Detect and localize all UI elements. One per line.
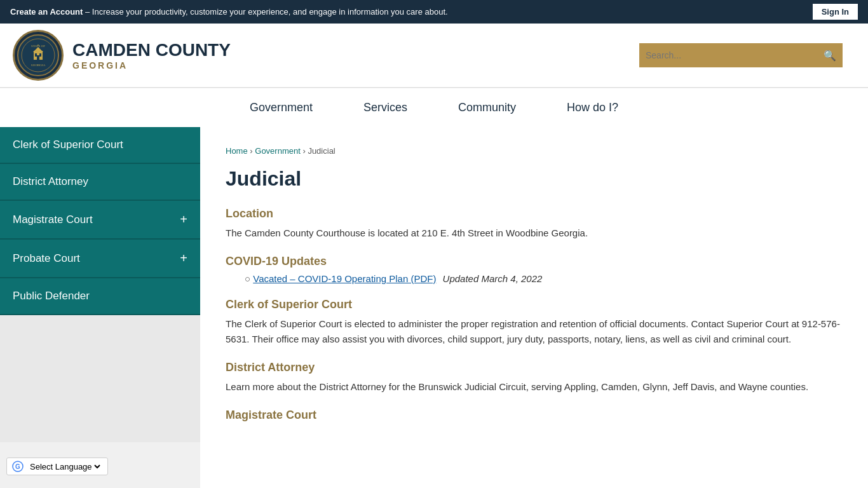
- clerk-title: Clerk of Superior Court: [226, 298, 843, 311]
- main-navigation: Government Services Community How do I?: [0, 88, 868, 127]
- breadcrumb-government[interactable]: Government: [255, 146, 301, 156]
- page-title: Judicial: [226, 167, 843, 191]
- top-banner: Create an Account – Increase your produc…: [0, 0, 868, 24]
- sidebar-item-public-defender[interactable]: Public Defender: [0, 278, 200, 315]
- district-attorney-section: District Attorney Learn more about the D…: [226, 361, 843, 395]
- language-select[interactable]: Select Language: [27, 461, 102, 472]
- sidebar-item-probate-court[interactable]: Probate Court +: [0, 240, 200, 278]
- county-name: CAMDEN COUNTY: [72, 39, 231, 61]
- sidebar-item-label: Magistrate Court: [13, 214, 93, 226]
- svg-rect-7: [37, 55, 39, 60]
- clerk-section: Clerk of Superior Court The Clerk of Sup…: [226, 298, 843, 347]
- logo-area: STATE OF GEORGIA CAMDEN COUNTY GEORGIA: [13, 30, 231, 81]
- nav-item-services[interactable]: Services: [357, 88, 414, 127]
- search-area: 🔍: [231, 43, 843, 67]
- sign-in-button[interactable]: Sign In: [813, 4, 858, 20]
- svg-rect-5: [35, 53, 37, 57]
- main-content: Home › Government › Judicial Judicial Lo…: [200, 127, 868, 488]
- create-account-link[interactable]: Create an Account: [10, 7, 83, 17]
- svg-text:G: G: [15, 463, 20, 470]
- sidebar-item-label: Public Defender: [13, 290, 90, 302]
- nav-item-how-do-i[interactable]: How do I?: [560, 88, 625, 127]
- breadcrumb-current: Judicial: [308, 146, 335, 156]
- location-title: Location: [226, 207, 843, 220]
- covid-title: COVID-19 Updates: [226, 255, 843, 268]
- svg-text:GEORGIA: GEORGIA: [31, 64, 46, 67]
- sidebar-item-label: District Attorney: [13, 175, 88, 188]
- covid-updated: Updated March 4, 2022: [443, 273, 543, 284]
- logo-text: CAMDEN COUNTY GEORGIA: [72, 39, 231, 71]
- covid-pdf-link[interactable]: Vacated – COVID-19 Operating Plan (PDF): [253, 273, 436, 284]
- expand-icon: +: [180, 251, 187, 266]
- state-name: GEORGIA: [72, 60, 231, 71]
- banner-text: Create an Account – Increase your produc…: [10, 7, 448, 17]
- nav-item-community[interactable]: Community: [452, 88, 522, 127]
- sidebar-item-clerk-of-superior-court[interactable]: Clerk of Superior Court: [0, 127, 200, 164]
- svg-rect-6: [39, 53, 41, 57]
- covid-list-item: Vacated – COVID-19 Operating Plan (PDF) …: [245, 273, 843, 284]
- expand-icon: +: [180, 212, 187, 227]
- clerk-text: The Clerk of Superior Court is elected t…: [226, 316, 843, 347]
- language-selector: G Select Language: [6, 458, 108, 475]
- sidebar-bottom: [0, 315, 200, 442]
- county-seal: STATE OF GEORGIA: [13, 30, 64, 81]
- site-header: STATE OF GEORGIA CAMDEN COUNTY GEORGIA 🔍: [0, 24, 868, 88]
- page-content: Clerk of Superior Court District Attorne…: [0, 127, 868, 488]
- sidebar: Clerk of Superior Court District Attorne…: [0, 127, 200, 488]
- sidebar-item-magistrate-court[interactable]: Magistrate Court +: [0, 201, 200, 240]
- seal-svg: STATE OF GEORGIA: [16, 33, 60, 78]
- location-section: Location The Camden County Courthouse is…: [226, 207, 843, 241]
- district-attorney-text: Learn more about the District Attorney f…: [226, 379, 843, 395]
- search-box: 🔍: [639, 43, 843, 67]
- magistrate-title: Magistrate Court: [226, 409, 843, 422]
- google-icon: G: [12, 461, 24, 472]
- search-button[interactable]: 🔍: [824, 50, 836, 62]
- district-attorney-title: District Attorney: [226, 361, 843, 374]
- sidebar-item-district-attorney[interactable]: District Attorney: [0, 164, 200, 201]
- breadcrumb: Home › Government › Judicial: [226, 146, 843, 156]
- covid-section: COVID-19 Updates Vacated – COVID-19 Oper…: [226, 255, 843, 284]
- banner-description: – Increase your productivity, customize …: [83, 7, 447, 17]
- location-text: The Camden County Courthouse is located …: [226, 226, 843, 241]
- covid-list: Vacated – COVID-19 Operating Plan (PDF) …: [226, 273, 843, 284]
- magistrate-section: Magistrate Court: [226, 409, 843, 422]
- sidebar-item-label: Probate Court: [13, 252, 80, 265]
- sidebar-item-label: Clerk of Superior Court: [13, 139, 123, 151]
- nav-item-government[interactable]: Government: [243, 88, 319, 127]
- breadcrumb-home[interactable]: Home: [226, 146, 248, 156]
- search-input[interactable]: [646, 50, 818, 60]
